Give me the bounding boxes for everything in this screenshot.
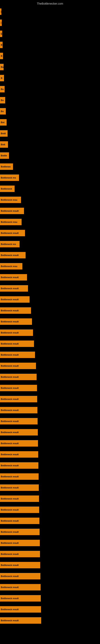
bar-item: Bottleneck result [0, 496, 39, 502]
bar-row: Bottleneck result [0, 560, 100, 570]
bar-row: Bottleneck result [0, 371, 100, 382]
bar-row: Bottleneck result [0, 349, 100, 360]
bar-item: Bottleneck result [0, 418, 38, 424]
bar-row: Bottleneck result [0, 604, 100, 615]
bar-label: Bottleneck result [1, 287, 19, 290]
bar-label: Bottleneck result [1, 298, 19, 301]
bar-item: Bottleneck result [0, 506, 39, 513]
bar-row: Bottleneck resu [0, 194, 100, 205]
bar-row: B [0, 50, 100, 62]
bar-row: Bottleneck result [0, 493, 100, 504]
bar-row: Bottleneck result [0, 404, 100, 416]
bar-row: Bottleneck result [0, 482, 100, 493]
bar-label: Bo [1, 88, 4, 90]
bar-item: Bottleneck result [0, 462, 38, 469]
bar-item: Bot [0, 119, 7, 126]
bar-row: Bottleneck result [0, 394, 100, 404]
bar-label: Bottleneck result [1, 309, 19, 312]
bar-row: Bottleneck [0, 183, 100, 194]
bar-label: Bottleneck resu [1, 221, 17, 223]
bar-item: Bottleneck res [0, 241, 20, 247]
bar-label: Bottleneck result [1, 232, 19, 234]
bar-row: Bottleneck result [0, 449, 100, 460]
bar-item: Bottleneck result [0, 296, 30, 303]
bar-row: Bottleneck result [0, 427, 100, 438]
bar-row: Bottleneck result [0, 593, 100, 604]
bar-label: Bottleneck resu [1, 265, 17, 268]
bar-item: Bottleneck result [0, 385, 37, 391]
bar-item: Bottleneck result [0, 429, 38, 436]
bar-label: Bott [1, 143, 5, 146]
bar-label: E [1, 32, 2, 35]
bar-row: Bottleneck result [0, 438, 100, 449]
bar-label: Bottleneck [1, 188, 12, 190]
bar-label: Bottle [1, 154, 7, 157]
bar-label: Bottleneck result [1, 508, 19, 511]
bar-row: Bottleneck result [0, 338, 100, 349]
bar-row: Bottleneck result [0, 460, 100, 471]
bar-row: Bottleneck result [0, 515, 100, 526]
bar-row: Bottleneck result [0, 582, 100, 593]
bar-row: Bo [0, 62, 100, 72]
bar-item: Bottleneck result [0, 440, 38, 446]
bar-item: Bottleneck result [0, 584, 41, 590]
bar-row: Bottlenec [0, 161, 100, 172]
bar-item: Bottleneck result [0, 396, 37, 402]
bar-item: Bottleneck result [0, 208, 24, 214]
bar-item: Bottleneck result [0, 340, 34, 347]
bar-label: | [1, 22, 1, 24]
bar-item: Bo [0, 86, 4, 92]
bar-label: Bo [1, 110, 4, 112]
bar-item: E [0, 30, 2, 37]
bar-label: Bottleneck res [1, 176, 16, 179]
bar-item: Bottleneck result [0, 285, 28, 292]
bar-item: Bottleneck result [0, 374, 37, 380]
bar-item: Bottleneck result [0, 617, 41, 624]
bar-item: Bo [0, 108, 6, 114]
bar-row: Bottleneck resu [0, 260, 100, 272]
bar-row: Bo [0, 106, 100, 117]
bar-item: Bottleneck result [0, 307, 31, 314]
bar-label: Bottleneck result [1, 409, 19, 411]
bar-row: Bottleneck result [0, 416, 100, 427]
bar-label: Bottl [1, 132, 6, 135]
bar-row: Bottleneck result [0, 205, 100, 216]
bar-item: Bottle [0, 152, 9, 159]
bar-row: Bottleneck result [0, 272, 100, 283]
bar-row: Bottleneck result [0, 360, 100, 371]
bar-label: Bottleneck result [1, 365, 19, 367]
bar-item: Bottleneck result [0, 407, 37, 413]
bar-item: Bott [0, 141, 8, 148]
bar-label: B [1, 77, 2, 79]
bar-item: Bottleneck res [0, 174, 19, 181]
bar-label: Bottleneck result [1, 354, 19, 356]
bar-item: Bottleneck result [0, 274, 27, 280]
bar-item: Bottleneck resu [0, 196, 21, 203]
bar-label: Bottleneck result [1, 475, 19, 478]
bar-row: Bott [0, 139, 100, 150]
bar-row: Bottleneck result [0, 526, 100, 537]
bar-label: Bottleneck result [1, 619, 19, 622]
bar-item: Bottleneck result [0, 518, 39, 524]
bar-item: B [0, 75, 4, 81]
bar-row: E [0, 28, 100, 39]
bar-row: Bottleneck result [0, 228, 100, 238]
bar-label: Bottleneck result [1, 564, 19, 566]
bar-item: Bottleneck result [0, 595, 41, 602]
bar-row: Bottleneck result [0, 504, 100, 515]
bar-label: Bottleneck result [1, 453, 19, 456]
bar-row: B [0, 39, 100, 50]
bar-label: Bottleneck result [1, 531, 19, 533]
bar-label: Bottleneck result [1, 210, 19, 212]
bar-row: Bottleneck result [0, 615, 100, 626]
bar-item: Bottleneck result [0, 451, 38, 458]
bar-label: Bottleneck result [1, 608, 19, 610]
bar-label: Bottleneck result [1, 498, 19, 500]
bar-row: Bottleneck result [0, 250, 100, 260]
bar-item: B [0, 53, 3, 59]
bar-label: Bottleneck result [1, 342, 19, 345]
bar-label: Bottleneck result [1, 442, 19, 444]
bar-row: Bottleneck result [0, 382, 100, 394]
bar-label: Bo [1, 66, 3, 68]
bar-row: Bottleneck result [0, 570, 100, 582]
